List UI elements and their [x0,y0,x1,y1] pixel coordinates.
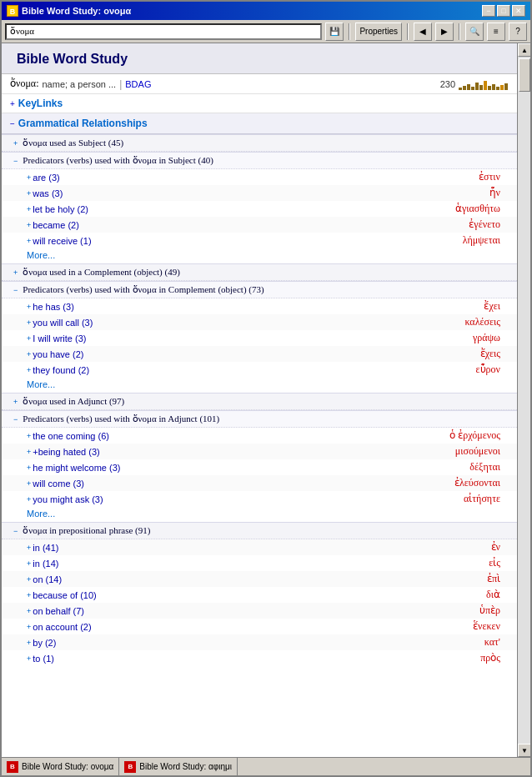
mini-chart [459,78,509,90]
item-greek: πρὸς [480,652,509,664]
item-expand-icon[interactable]: + [27,350,31,358]
item-expand-icon[interactable]: + [27,303,31,311]
item-greek: ἔχει [484,300,509,313]
chart-bar [467,84,470,90]
item-expand-icon[interactable]: + [27,366,31,374]
more-link-adjunct[interactable]: More... [2,507,517,522]
save-button[interactable]: 💾 [325,23,344,41]
maximize-button[interactable]: □ [497,5,510,17]
item-label: in (14) [33,559,58,569]
item-expand-icon[interactable]: + [27,623,31,631]
item-expand-icon[interactable]: + [27,464,31,472]
pred-subject-label: Predicators (verbs) used with ὄνομα in S… [23,155,213,166]
item-expand-icon[interactable]: + [27,479,31,488]
properties-button[interactable]: Properties [355,23,402,41]
subject-group-row: + ὄνομα used as Subject (45) [2,134,517,152]
item-expand-icon[interactable]: + [27,495,31,504]
item-label: they found (2) [33,365,89,375]
scroll-down-button[interactable]: ▼ [518,744,530,757]
item-greek: μισούμενοι [455,445,509,458]
item-expand-icon[interactable]: + [27,334,31,343]
item-expand-icon[interactable]: + [27,607,31,615]
word-greek: ὄνομα: [10,78,38,90]
back-button[interactable]: ◀ [414,23,432,41]
item-label: because of (10) [33,590,96,600]
grammatical-label: Grammatical Relationships [18,118,148,129]
item-expand-icon[interactable]: + [27,591,31,599]
keylinks-label: KeyLinks [18,98,63,109]
prep-expand-icon[interactable]: − [13,527,18,535]
keylinks-expand-icon[interactable]: + [10,99,15,108]
item-expand-icon[interactable]: + [27,189,31,198]
item-expand-icon[interactable]: + [27,448,31,456]
prep-label: ὄνομα in prepositional phrase (91) [23,525,150,536]
item-expand-icon[interactable]: + [27,237,31,245]
chart-bar [496,87,499,90]
item-label: let be holy (2) [33,204,88,214]
forward-button[interactable]: ▶ [435,23,454,41]
list-item: + on account (2) ἕνεκεν [2,619,517,634]
app-title-section: Bible Word Study [2,43,517,74]
search-button[interactable]: 🔍 [465,23,484,41]
status-item-2[interactable]: B Bible Word Study: αφιημι [119,758,238,775]
list-item: + to (1) πρὸς [2,650,517,666]
item-greek: ἔχεις [480,348,509,360]
scroll-up-button[interactable]: ▲ [518,43,530,57]
pred-adjunct-expand-icon[interactable]: − [13,415,18,424]
item-label: he might welcome (3) [33,463,120,473]
minimize-button[interactable]: − [482,5,495,17]
close-button[interactable]: ✕ [512,5,525,17]
keylinks-row: + KeyLinks [2,94,517,113]
search-input[interactable] [5,23,322,40]
item-expand-icon[interactable]: + [27,654,31,663]
nav-button[interactable]: ≡ [487,23,505,41]
content-area: Bible Word Study ὄνομα: name; a person .… [2,43,530,757]
subject-label: ὄνομα used as Subject (45) [23,138,123,148]
item-expand-icon[interactable]: + [27,639,31,647]
grammatical-expand-icon[interactable]: − [10,119,15,128]
chart-bar [479,85,483,90]
list-item: + on behalf (7) ὑπὲρ [2,603,517,619]
list-item: + the one coming (6) ὁ ἐρχόμενος [2,428,517,444]
item-expand-icon[interactable]: + [27,559,31,568]
toolbar-separator [349,23,350,40]
help-button[interactable]: ? [509,23,527,41]
item-expand-icon[interactable]: + [27,544,31,552]
item-expand-icon[interactable]: + [27,205,31,213]
item-greek: εὗρον [476,363,509,376]
status-icon-1: B [7,761,18,773]
list-item: + was (3) ἦν [2,185,517,201]
item-label: you will call (3) [33,318,93,328]
item-greek: ἦν [489,187,509,199]
predicators-adjunct-header: − Predicators (verbs) used with ὄνομα in… [2,410,517,428]
chart-bar [471,87,474,90]
item-label: you might ask (3) [33,494,103,504]
item-expand-icon[interactable]: + [27,575,31,584]
scroll-thumb[interactable] [519,58,530,92]
adjunct-expand-icon[interactable]: + [13,398,18,406]
list-item: + by (2) κατ' [2,634,517,650]
pred-subject-expand-icon[interactable]: − [13,157,18,165]
titlebar-left: B Bible Word Study: ονομα [7,5,131,17]
status-item-1[interactable]: B Bible Word Study: ονομα [2,758,119,775]
more-link-subject[interactable]: More... [2,248,517,263]
scroll-track[interactable] [518,57,530,744]
word-source[interactable]: BDAG [125,79,151,89]
predicators-complement-header: − Predicators (verbs) used with ὄνομα in… [2,281,517,298]
pred-complement-expand-icon[interactable]: − [13,286,18,294]
chart-bar [475,83,479,90]
subject-expand-icon[interactable]: + [13,139,18,148]
item-expand-icon[interactable]: + [27,432,31,440]
list-item: + on (14) ἐπὶ [2,571,517,587]
item-expand-icon[interactable]: + [27,173,31,182]
pred-complement-label: Predicators (verbs) used with ὄνομα in C… [23,284,263,295]
status-label-2: Bible Word Study: αφιημι [139,762,232,771]
item-expand-icon[interactable]: + [27,221,31,229]
item-greek: ἐν [491,541,509,554]
complement-expand-icon[interactable]: + [13,268,18,277]
grammatical-header: − Grammatical Relationships [2,113,517,134]
item-expand-icon[interactable]: + [27,318,31,327]
item-greek: δέξηται [469,461,509,474]
more-link-complement[interactable]: More... [2,378,517,393]
item-greek: ἕνεκεν [473,620,509,633]
